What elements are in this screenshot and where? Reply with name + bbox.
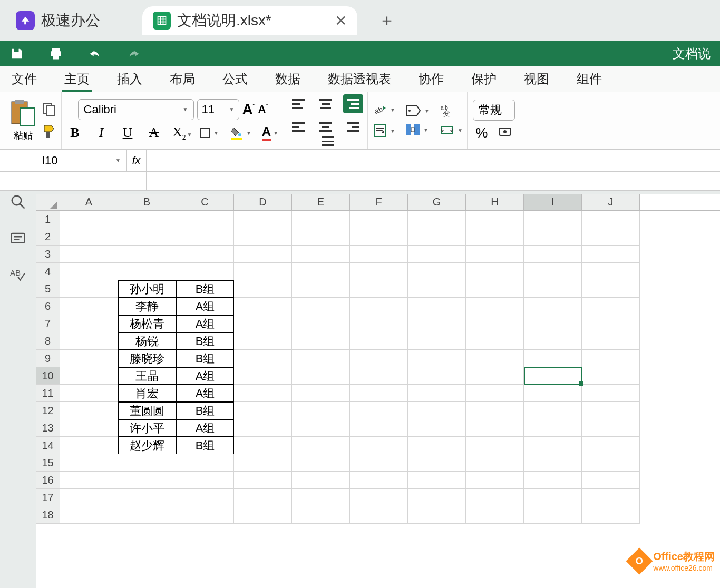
cell[interactable] — [234, 437, 292, 454]
cell[interactable] — [466, 228, 524, 246]
cell[interactable] — [466, 454, 524, 472]
currency-button[interactable] — [498, 126, 512, 140]
cell[interactable] — [582, 350, 640, 367]
row-header-3[interactable]: 3 — [36, 246, 60, 263]
cell[interactable] — [350, 350, 408, 367]
pinyin-button[interactable]: a b变 — [440, 104, 463, 117]
cell[interactable] — [582, 298, 640, 315]
cell[interactable] — [466, 489, 524, 506]
cell[interactable] — [60, 385, 118, 402]
cell[interactable] — [524, 350, 582, 367]
cell[interactable]: 滕晓珍 — [118, 350, 176, 367]
row-header-4[interactable]: 4 — [36, 263, 60, 280]
cell[interactable] — [524, 489, 582, 506]
row-header-11[interactable]: 11 — [36, 385, 60, 402]
cell[interactable] — [292, 332, 350, 350]
align-top-left[interactable] — [288, 94, 308, 113]
cell[interactable] — [582, 263, 640, 280]
cell[interactable] — [350, 315, 408, 332]
cell[interactable]: 孙小明 — [118, 280, 176, 298]
cell[interactable] — [408, 472, 466, 489]
cell[interactable] — [350, 385, 408, 402]
cell[interactable] — [292, 454, 350, 472]
cell[interactable] — [350, 332, 408, 350]
cell[interactable] — [292, 402, 350, 419]
cell[interactable] — [60, 228, 118, 246]
cell[interactable] — [350, 298, 408, 315]
align-top-center[interactable] — [316, 94, 336, 113]
cell[interactable] — [582, 437, 640, 454]
cell[interactable] — [350, 506, 408, 524]
menu-layout[interactable]: 布局 — [168, 66, 197, 92]
cell[interactable]: B组 — [176, 280, 234, 298]
subscript-button[interactable]: X2▼ — [172, 124, 188, 141]
cell[interactable]: A组 — [176, 315, 234, 332]
cell[interactable] — [524, 298, 582, 315]
cell[interactable] — [582, 246, 640, 263]
col-header-C[interactable]: C — [176, 194, 234, 210]
align-right[interactable] — [343, 117, 363, 136]
cell[interactable] — [118, 454, 176, 472]
col-header-G[interactable]: G — [408, 194, 466, 210]
cell[interactable] — [60, 315, 118, 332]
comment-icon[interactable] — [10, 231, 26, 247]
cell[interactable] — [350, 454, 408, 472]
row-header-18[interactable]: 18 — [36, 506, 60, 524]
cell[interactable] — [292, 211, 350, 228]
row-header-12[interactable]: 12 — [36, 402, 60, 419]
underline-button[interactable]: U — [120, 125, 135, 141]
cell[interactable] — [466, 211, 524, 228]
align-center[interactable] — [316, 117, 336, 136]
cell[interactable] — [118, 211, 176, 228]
cell[interactable] — [408, 489, 466, 506]
cell[interactable] — [582, 419, 640, 437]
cell[interactable] — [524, 280, 582, 298]
row-header-14[interactable]: 14 — [36, 437, 60, 454]
cell[interactable] — [176, 263, 234, 280]
cell[interactable] — [582, 454, 640, 472]
cell[interactable] — [234, 228, 292, 246]
cell[interactable]: 李静 — [118, 298, 176, 315]
row-header-13[interactable]: 13 — [36, 419, 60, 437]
cell[interactable] — [466, 385, 524, 402]
menu-home[interactable]: 主页 — [62, 66, 92, 92]
cell[interactable] — [60, 367, 118, 385]
cell[interactable] — [292, 246, 350, 263]
cell[interactable] — [350, 472, 408, 489]
name-box[interactable]: I10▼ — [36, 150, 127, 171]
cell[interactable]: A组 — [176, 367, 234, 385]
cell[interactable] — [234, 506, 292, 524]
decrease-font-icon[interactable]: Aˇ — [258, 103, 268, 115]
cell[interactable] — [408, 211, 466, 228]
col-header-E[interactable]: E — [292, 194, 350, 210]
cell[interactable] — [408, 315, 466, 332]
cell[interactable] — [408, 367, 466, 385]
cell[interactable] — [234, 419, 292, 437]
cell[interactable] — [466, 472, 524, 489]
cell[interactable] — [292, 489, 350, 506]
menu-insert[interactable]: 插入 — [115, 66, 144, 92]
cell[interactable] — [176, 246, 234, 263]
cell[interactable] — [176, 489, 234, 506]
cell[interactable] — [292, 385, 350, 402]
new-tab-button[interactable]: ＋ — [378, 9, 395, 32]
cell[interactable] — [524, 246, 582, 263]
cell[interactable]: 许小平 — [118, 419, 176, 437]
cell[interactable] — [292, 367, 350, 385]
cell[interactable] — [408, 263, 466, 280]
cell[interactable] — [60, 506, 118, 524]
cell[interactable]: A组 — [176, 298, 234, 315]
cell[interactable] — [582, 280, 640, 298]
cell[interactable] — [466, 280, 524, 298]
cell[interactable] — [176, 454, 234, 472]
cell[interactable] — [408, 332, 466, 350]
orientation-button[interactable]: ab▼ — [373, 103, 395, 116]
cell[interactable] — [524, 228, 582, 246]
fill-color-button[interactable]: ▼ — [229, 125, 251, 140]
cell[interactable] — [176, 506, 234, 524]
cell[interactable] — [60, 298, 118, 315]
cell[interactable] — [350, 402, 408, 419]
cell[interactable] — [524, 419, 582, 437]
cell[interactable] — [524, 332, 582, 350]
spellcheck-icon[interactable]: AB — [10, 268, 26, 283]
